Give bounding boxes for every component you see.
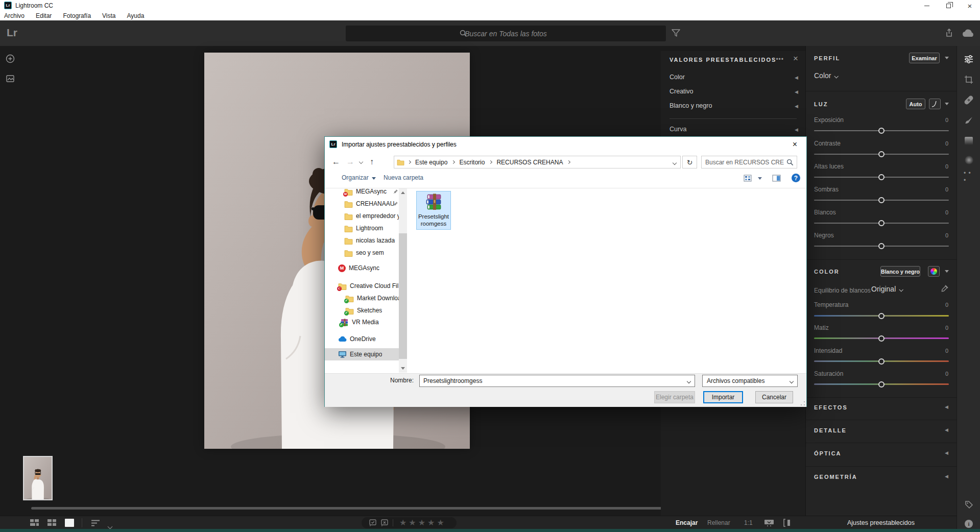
slider-handle[interactable] [878, 197, 885, 203]
preset-group-color[interactable]: Color ◀ [670, 74, 798, 85]
slider-handle[interactable] [878, 174, 885, 180]
dialog-search-input[interactable] [702, 156, 785, 168]
menu-ayuda[interactable]: Ayuda [127, 12, 145, 19]
expand-left-icon[interactable]: ◀ [795, 104, 798, 109]
bw-toggle-button[interactable]: Blanco y negro [880, 266, 920, 277]
split-view-icon[interactable] [783, 519, 792, 529]
slider-handle[interactable] [878, 313, 885, 319]
search-input[interactable] [346, 26, 666, 41]
cancel-button[interactable]: Cancelar [755, 391, 793, 403]
expand-left-icon[interactable]: ◀ [945, 450, 948, 455]
blacks-slider[interactable] [814, 246, 949, 247]
sidebar-item-creative-cloud[interactable]: C Creative Cloud Fil [325, 280, 401, 292]
star-rating[interactable]: ★★★★★ [399, 518, 446, 527]
section-geometria[interactable]: GEOMETRÍA ◀ [806, 472, 957, 487]
profile-collapse-icon[interactable] [945, 57, 949, 59]
light-collapse-icon[interactable] [945, 103, 949, 105]
expand-left-icon[interactable]: ◀ [795, 89, 798, 94]
dialog-close-button[interactable]: × [783, 137, 806, 152]
tag-icon[interactable] [964, 499, 974, 510]
help-icon[interactable]: ? [792, 174, 800, 182]
expand-left-icon[interactable]: ◀ [795, 75, 798, 80]
import-button[interactable]: Importar [703, 391, 743, 403]
grid-view-large-icon[interactable] [30, 518, 39, 529]
sidebar-item-nicolas-lazada[interactable]: nicolas lazada [325, 234, 401, 247]
vibrance-slider[interactable] [814, 360, 949, 362]
temperature-slider[interactable] [814, 315, 949, 317]
flag-pick-icon[interactable] [369, 519, 377, 529]
filter-funnel-icon[interactable] [672, 29, 680, 39]
info-icon[interactable]: i [964, 519, 974, 529]
sidebar-item-vr-media[interactable]: ✓ VR Media [325, 316, 401, 328]
slider-handle[interactable] [878, 151, 885, 157]
tint-slider[interactable] [814, 337, 949, 339]
grid-view-icon[interactable] [47, 518, 57, 529]
sidebar-item-megasync[interactable]: M MEGAsync [325, 262, 401, 274]
sidebar-item-lightroom[interactable]: Lightroom [325, 222, 401, 234]
organize-menu[interactable]: Organizar [342, 174, 376, 181]
single-photo-view-icon[interactable] [64, 519, 75, 529]
search-icon[interactable] [786, 159, 794, 167]
view-options-chevron-icon[interactable] [758, 177, 762, 180]
sidebar-scrollbar[interactable] [399, 188, 407, 373]
breadcrumb-escritorio[interactable]: Escritorio [458, 159, 486, 166]
auto-light-button[interactable]: Auto [906, 99, 925, 109]
breadcrumb-este-equipo[interactable]: Este equipo [414, 159, 448, 166]
file-presetslightroomgess[interactable]: Presetslight roomgess [416, 191, 451, 230]
back-button[interactable]: ← [332, 156, 340, 168]
recent-locations-chevron-icon[interactable] [359, 160, 363, 164]
menu-archivo[interactable]: Archivo [4, 12, 25, 19]
slider-handle[interactable] [878, 335, 885, 342]
filetype-dropdown[interactable]: Archivos compatibles [702, 375, 798, 387]
resize-grip[interactable] [800, 401, 805, 406]
contrast-slider[interactable] [814, 154, 949, 155]
slider-handle[interactable] [878, 381, 885, 388]
menu-fotografia[interactable]: Fotografía [63, 12, 91, 19]
flag-reject-icon[interactable] [380, 519, 389, 529]
exposure-slider[interactable] [814, 130, 949, 131]
menu-vista[interactable]: Vista [102, 12, 115, 19]
close-button[interactable]: × [960, 0, 980, 11]
presets-close-icon[interactable]: × [793, 54, 798, 64]
share-icon[interactable] [944, 28, 954, 40]
brush-icon[interactable] [964, 115, 974, 126]
maximize-button[interactable] [938, 0, 959, 11]
color-mixer-button[interactable] [928, 266, 940, 277]
browse-profiles-button[interactable]: Examinar [909, 53, 940, 63]
profile-value-dropdown[interactable]: Color [814, 71, 838, 80]
up-button[interactable]: ↑ [370, 156, 374, 168]
refresh-button[interactable]: ↻ [682, 156, 697, 168]
view-options-icon[interactable] [744, 175, 752, 183]
section-detalle[interactable]: DETALLE ◀ [806, 425, 957, 441]
sidebar-item-crehanaau[interactable]: CREHANAAU [325, 198, 401, 210]
sidebar-item-este-equipo[interactable]: Este equipo [325, 348, 401, 360]
crop-icon[interactable] [964, 75, 974, 85]
filmstrip-thumbnail[interactable] [23, 456, 53, 500]
saturation-slider[interactable] [814, 383, 949, 385]
section-efectos[interactable]: EFECTOS ◀ [806, 402, 957, 418]
edit-sliders-icon[interactable] [964, 54, 974, 64]
sidebar-item-onedrive[interactable]: OneDrive [325, 333, 401, 345]
section-optica[interactable]: ÓPTICA ◀ [806, 448, 957, 464]
filename-input[interactable] [420, 375, 683, 386]
linear-gradient-icon[interactable] [964, 136, 974, 146]
forward-button[interactable]: → [346, 156, 354, 168]
healing-brush-icon[interactable] [964, 95, 974, 105]
menu-editar[interactable]: Editar [36, 12, 52, 19]
sidebar-item-market-download[interactable]: ✓ Market Downloa [325, 292, 401, 304]
sort-icon[interactable] [91, 519, 100, 528]
sidebar-item-el-emprededor[interactable]: el emprededor y [325, 210, 401, 222]
expand-left-icon[interactable]: ◀ [795, 127, 798, 132]
scroll-up-icon[interactable] [401, 191, 405, 194]
address-dropdown-chevron-icon[interactable] [673, 161, 677, 165]
preset-group-creativo[interactable]: Creativo ◀ [670, 88, 798, 99]
expand-left-icon[interactable]: ◀ [945, 427, 948, 432]
add-photos-icon[interactable] [6, 54, 15, 65]
scroll-down-icon[interactable] [401, 367, 405, 370]
zoom-fill-button[interactable]: Rellenar [707, 519, 730, 526]
shadows-slider[interactable] [814, 200, 949, 201]
chevron-down-icon[interactable] [687, 379, 691, 383]
more-options-icon[interactable]: ••• [776, 56, 784, 63]
highlights-slider[interactable] [814, 177, 949, 178]
presets-footer-button[interactable]: Ajustes preestablecidos [805, 516, 957, 529]
